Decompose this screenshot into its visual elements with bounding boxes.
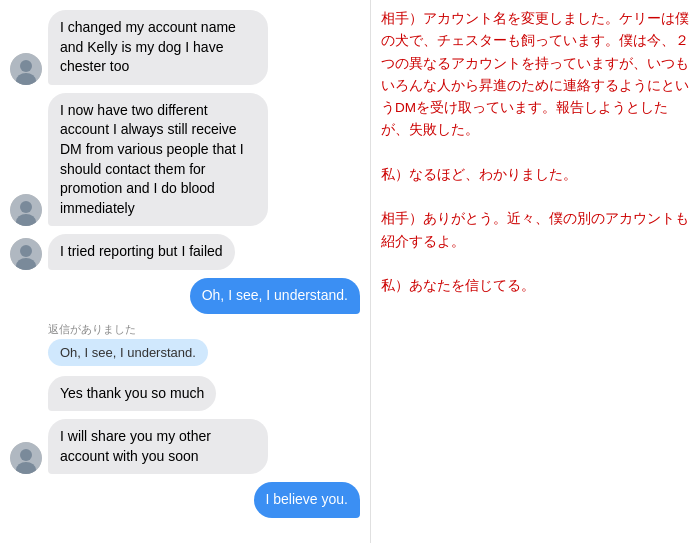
message-row: Oh, I see, I understand. xyxy=(10,278,360,314)
translation-line-0: 相手）アカウント名を変更しました。ケリーは僕の犬で、チェスターも飼っています。僕… xyxy=(381,11,689,137)
bubble-received: I will share you my other account with y… xyxy=(48,419,268,474)
reply-label: 返信がありました xyxy=(48,322,360,337)
message-row: I will share you my other account with y… xyxy=(10,419,360,474)
translation-line-4: 相手）ありがとう。近々、僕の別のアカウントも紹介するよ。 xyxy=(381,211,689,248)
avatar xyxy=(10,53,42,85)
bubble-sent: I believe you. xyxy=(254,482,361,518)
chat-panel: I changed my account name and Kelly is m… xyxy=(0,0,370,543)
svg-point-7 xyxy=(20,245,32,257)
bubble-received: I tried reporting but I failed xyxy=(48,234,235,270)
message-row: I changed my account name and Kelly is m… xyxy=(10,10,360,85)
bubble-sent: Oh, I see, I understand. xyxy=(190,278,360,314)
avatar xyxy=(10,442,42,474)
avatar xyxy=(10,194,42,226)
bubble-received: I now have two different account I alway… xyxy=(48,93,268,227)
translation-line-2: 私）なるほど、わかりました。 xyxy=(381,167,577,182)
translation-text: 相手）アカウント名を変更しました。ケリーは僕の犬で、チェスターも飼っています。僕… xyxy=(381,8,690,297)
message-row: I now have two different account I alway… xyxy=(10,93,360,227)
svg-point-1 xyxy=(20,60,32,72)
svg-point-10 xyxy=(20,449,32,461)
reply-bubble: Oh, I see, I understand. xyxy=(48,339,208,366)
bubble-received: I changed my account name and Kelly is m… xyxy=(48,10,268,85)
bubble-received: Yes thank you so much xyxy=(48,376,216,412)
translation-panel: 相手）アカウント名を変更しました。ケリーは僕の犬で、チェスターも飼っています。僕… xyxy=(370,0,700,543)
avatar xyxy=(10,238,42,270)
message-row: Yes thank you so much xyxy=(10,376,360,412)
translation-line-6: 私）あなたを信じてる。 xyxy=(381,278,535,293)
reply-indicator: 返信がありました Oh, I see, I understand. xyxy=(48,322,360,366)
svg-point-4 xyxy=(20,201,32,213)
message-row: I believe you. xyxy=(10,482,360,518)
message-row: I tried reporting but I failed xyxy=(10,234,360,270)
